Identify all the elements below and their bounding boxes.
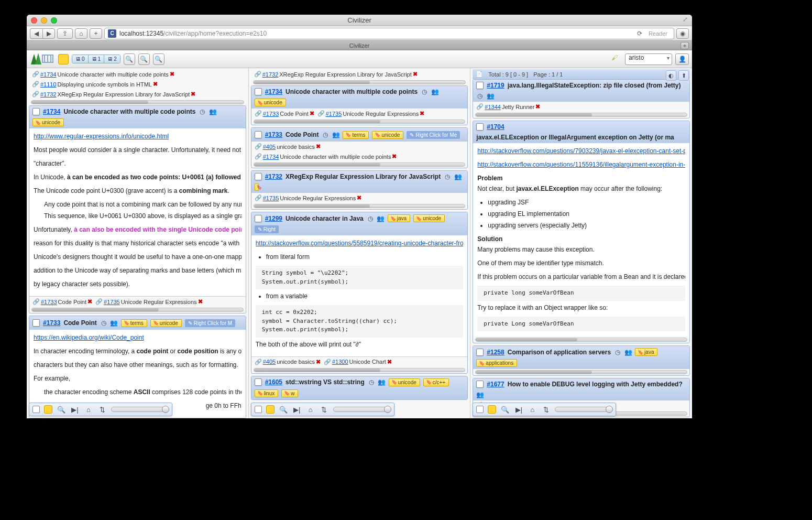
downloads-button[interactable]: ◉ [676, 28, 689, 39]
context-menu-hint: Right Click for M [185, 319, 235, 327]
fragment-id-link[interactable]: #1733 [43, 319, 60, 327]
home-button[interactable]: ⌂ [75, 28, 87, 39]
remove-link-icon[interactable]: ✖ [191, 91, 195, 98]
select-checkbox[interactable] [32, 319, 40, 327]
link-id[interactable]: #1110 [40, 81, 57, 88]
search-button-3[interactable]: 🔍 [153, 53, 164, 65]
fragment-card: #1704 javax.el.ELException or IllegalArg… [473, 121, 690, 343]
status-bar: 📄 Total : 9 [ 0 - 9 ] Page : 1 / 1 [473, 69, 690, 79]
app-logo-icon [30, 52, 55, 67]
status-total: Total : 9 [ 0 - 9 ] [488, 71, 528, 78]
select-checkbox[interactable] [32, 108, 40, 115]
next-icon[interactable]: ▶| [70, 405, 80, 414]
tabbar: Civilizer + [27, 41, 692, 50]
url-text: localhost:12345/civilizer/app/home?execu… [119, 30, 634, 37]
fragment-card: #1733 Code Point ◷👥 terms unicode Right … [251, 127, 468, 168]
column-toolbar: 🔍 ▶| ⌂ ⇅ [29, 403, 172, 416]
minimize-window-button[interactable] [41, 17, 47, 24]
tag[interactable]: terms [121, 319, 147, 327]
theme-select[interactable]: aristo [625, 53, 672, 65]
column-toolbar: 🔍 ▶| ⌂ ⇅ [251, 403, 394, 416]
link-icon: 🔗 [32, 91, 39, 98]
tag[interactable]: unicode [150, 319, 182, 327]
fragment-card: #1734 Unicode character with multiple co… [251, 85, 468, 125]
card-body: http://www.regular-expressions.info/unic… [29, 128, 246, 296]
clock-icon: ◷ [100, 319, 107, 327]
fragment-card: #1719 java.lang.IllegalStateException: z… [473, 79, 690, 118]
link-id[interactable]: #1734 [40, 71, 57, 78]
column-toolbar: 🔍 ▶| ⌂ ⇅ [473, 403, 616, 416]
fragment-card: #1605 std::wstring VS std::string ◷👥 uni… [251, 376, 468, 400]
card-header[interactable]: #1734 Unicode character with multiple co… [29, 106, 246, 128]
titlebar: Civilizer ⤢ [27, 15, 692, 26]
external-link[interactable]: http://stackoverflow.com/questions/55859… [256, 240, 464, 247]
zoom-slider[interactable] [111, 407, 169, 412]
remove-link-icon[interactable]: ✖ [170, 71, 174, 78]
reader-button[interactable]: Reader [645, 30, 671, 37]
remove-link-icon[interactable]: ✖ [153, 81, 158, 88]
card-header[interactable]: #1733 Code Point ◷ 👥 terms unicode Right… [29, 316, 246, 330]
star-button[interactable] [58, 54, 69, 64]
new-tab-button[interactable]: + [681, 42, 689, 49]
status-page: Page : 1 / 1 [533, 71, 563, 78]
back-button[interactable]: ◀ [30, 28, 42, 39]
people-icon: 👥 [111, 319, 118, 327]
fragment-card: #1299 Unicode character in Java ◷👥 java … [251, 212, 468, 374]
fullscreen-icon[interactable]: ⤢ [683, 16, 690, 23]
fragment-title: Unicode character with multiple code poi… [63, 108, 195, 115]
tag[interactable]: unicode [32, 118, 64, 126]
brush-icon: 🖌 [611, 54, 622, 64]
link-id[interactable]: #1732 [40, 91, 57, 98]
panel-2[interactable]: 🖥 2 [104, 55, 120, 63]
bookmark-button[interactable] [44, 405, 52, 414]
app-toolbar: 🖥 0 🖥 1 🖥 2 🔍 🔍 🔍 🖌 aristo 👤 [27, 50, 692, 68]
url-bar[interactable]: C localhost:12345/civilizer/app/home?exe… [104, 28, 674, 39]
clock-icon: ◷ [199, 108, 206, 115]
column-1: 🔗 #1734 Unicode character with multiple … [27, 68, 249, 418]
link-icon: 🔗 [32, 71, 39, 78]
select-checkbox[interactable] [255, 88, 262, 95]
tab-label[interactable]: Civilizer [349, 42, 370, 49]
people-icon: 👥 [209, 108, 216, 115]
related-links: 🔗 #1734 Unicode character with multiple … [29, 69, 246, 79]
scroll-left-button[interactable]: ◐ [666, 70, 676, 81]
column-3: ◐ ⬆ 📄 Total : 9 [ 0 - 9 ] Page : 1 / 1 [470, 68, 692, 418]
panel-switcher[interactable]: 🖥 0 🖥 1 🖥 2 [72, 55, 120, 63]
column-2: 🔗 #1732 XRegExp Regular Expression Libra… [249, 68, 471, 418]
search-icon[interactable]: 🔍 [57, 405, 66, 414]
external-link[interactable]: http://www.regular-expressions.info/unic… [34, 133, 169, 140]
add-button[interactable]: + [90, 28, 102, 39]
user-menu-button[interactable]: 👤 [675, 53, 689, 65]
fragment-card: #1734 Unicode character with multiple co… [29, 105, 246, 313]
scroll-up-button[interactable]: ⬆ [678, 70, 689, 81]
zoom-window-button[interactable] [51, 17, 57, 24]
panel-1[interactable]: 🖥 1 [89, 55, 105, 63]
panel-0[interactable]: 🖥 0 [72, 55, 89, 63]
browser-toolbar: ◀ ▶ ⇪ ⌂ + C localhost:12345/civilizer/ap… [27, 26, 692, 41]
select-all-checkbox[interactable] [32, 406, 40, 413]
fragment-title: Code Point [63, 319, 96, 327]
home-icon[interactable]: ⌂ [84, 405, 93, 414]
sort-icon[interactable]: ⇅ [97, 405, 107, 414]
forward-button[interactable]: ▶ [42, 28, 55, 39]
doc-icon: 📄 [476, 71, 483, 78]
fragment-id-link[interactable]: #1734 [43, 108, 60, 115]
window-title: Civilizer [27, 16, 692, 24]
fragment-card: #1258 Comparison of application servers … [473, 345, 690, 376]
external-link[interactable]: https://en.wikipedia.org/wiki/Code_point [34, 334, 144, 341]
search-button-1[interactable]: 🔍 [124, 53, 135, 65]
fragment-card: #1732 XRegExp Regular Expression Library… [251, 170, 468, 210]
share-button[interactable]: ⇪ [57, 28, 73, 39]
search-button-2[interactable]: 🔍 [138, 53, 150, 65]
close-window-button[interactable] [31, 17, 37, 24]
favicon-icon: C [108, 29, 116, 38]
link-icon: 🔗 [32, 81, 39, 88]
reload-button[interactable]: ⟳ [637, 30, 642, 37]
